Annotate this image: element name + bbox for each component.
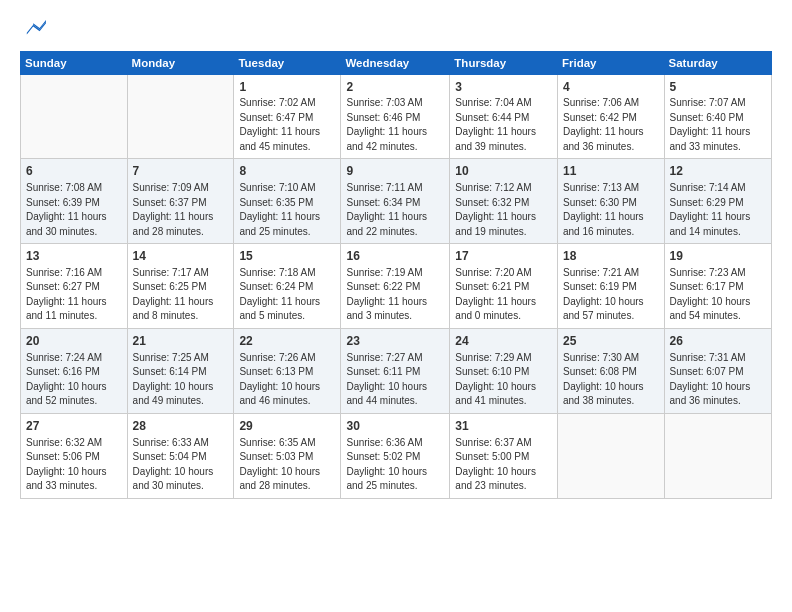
day-info: Sunrise: 7:20 AM Sunset: 6:21 PM Dayligh… — [455, 266, 552, 324]
day-info: Sunrise: 7:13 AM Sunset: 6:30 PM Dayligh… — [563, 181, 659, 239]
day-number: 13 — [26, 248, 122, 265]
day-cell: 21Sunrise: 7:25 AM Sunset: 6:14 PM Dayli… — [127, 328, 234, 413]
day-cell: 18Sunrise: 7:21 AM Sunset: 6:19 PM Dayli… — [558, 244, 665, 329]
day-info: Sunrise: 7:24 AM Sunset: 6:16 PM Dayligh… — [26, 351, 122, 409]
day-cell: 5Sunrise: 7:07 AM Sunset: 6:40 PM Daylig… — [664, 74, 771, 159]
day-number: 28 — [133, 418, 229, 435]
day-info: Sunrise: 7:25 AM Sunset: 6:14 PM Dayligh… — [133, 351, 229, 409]
day-info: Sunrise: 6:37 AM Sunset: 5:00 PM Dayligh… — [455, 436, 552, 494]
day-number: 8 — [239, 163, 335, 180]
day-number: 27 — [26, 418, 122, 435]
week-row-2: 6Sunrise: 7:08 AM Sunset: 6:39 PM Daylig… — [21, 159, 772, 244]
day-info: Sunrise: 7:06 AM Sunset: 6:42 PM Dayligh… — [563, 96, 659, 154]
day-number: 16 — [346, 248, 444, 265]
day-cell: 4Sunrise: 7:06 AM Sunset: 6:42 PM Daylig… — [558, 74, 665, 159]
day-cell: 12Sunrise: 7:14 AM Sunset: 6:29 PM Dayli… — [664, 159, 771, 244]
day-cell: 2Sunrise: 7:03 AM Sunset: 6:46 PM Daylig… — [341, 74, 450, 159]
day-cell: 29Sunrise: 6:35 AM Sunset: 5:03 PM Dayli… — [234, 413, 341, 498]
day-cell: 20Sunrise: 7:24 AM Sunset: 6:16 PM Dayli… — [21, 328, 128, 413]
day-cell: 10Sunrise: 7:12 AM Sunset: 6:32 PM Dayli… — [450, 159, 558, 244]
day-info: Sunrise: 7:04 AM Sunset: 6:44 PM Dayligh… — [455, 96, 552, 154]
day-number: 21 — [133, 333, 229, 350]
week-row-1: 1Sunrise: 7:02 AM Sunset: 6:47 PM Daylig… — [21, 74, 772, 159]
day-info: Sunrise: 7:03 AM Sunset: 6:46 PM Dayligh… — [346, 96, 444, 154]
day-cell — [558, 413, 665, 498]
day-cell: 30Sunrise: 6:36 AM Sunset: 5:02 PM Dayli… — [341, 413, 450, 498]
day-number: 24 — [455, 333, 552, 350]
day-cell — [21, 74, 128, 159]
logo-bird-icon — [22, 16, 46, 40]
page: SundayMondayTuesdayWednesdayThursdayFrid… — [0, 0, 792, 509]
day-info: Sunrise: 7:19 AM Sunset: 6:22 PM Dayligh… — [346, 266, 444, 324]
day-cell: 23Sunrise: 7:27 AM Sunset: 6:11 PM Dayli… — [341, 328, 450, 413]
day-cell: 22Sunrise: 7:26 AM Sunset: 6:13 PM Dayli… — [234, 328, 341, 413]
col-header-thursday: Thursday — [450, 51, 558, 74]
day-number: 22 — [239, 333, 335, 350]
day-info: Sunrise: 7:30 AM Sunset: 6:08 PM Dayligh… — [563, 351, 659, 409]
day-info: Sunrise: 7:27 AM Sunset: 6:11 PM Dayligh… — [346, 351, 444, 409]
logo — [20, 16, 46, 45]
day-cell: 7Sunrise: 7:09 AM Sunset: 6:37 PM Daylig… — [127, 159, 234, 244]
day-number: 18 — [563, 248, 659, 265]
col-header-tuesday: Tuesday — [234, 51, 341, 74]
day-number: 30 — [346, 418, 444, 435]
day-cell — [664, 413, 771, 498]
day-cell: 9Sunrise: 7:11 AM Sunset: 6:34 PM Daylig… — [341, 159, 450, 244]
day-number: 7 — [133, 163, 229, 180]
day-cell: 27Sunrise: 6:32 AM Sunset: 5:06 PM Dayli… — [21, 413, 128, 498]
day-cell: 17Sunrise: 7:20 AM Sunset: 6:21 PM Dayli… — [450, 244, 558, 329]
day-number: 10 — [455, 163, 552, 180]
day-cell: 24Sunrise: 7:29 AM Sunset: 6:10 PM Dayli… — [450, 328, 558, 413]
col-header-sunday: Sunday — [21, 51, 128, 74]
day-info: Sunrise: 7:21 AM Sunset: 6:19 PM Dayligh… — [563, 266, 659, 324]
day-number: 3 — [455, 79, 552, 96]
day-number: 1 — [239, 79, 335, 96]
day-number: 19 — [670, 248, 766, 265]
day-number: 23 — [346, 333, 444, 350]
day-info: Sunrise: 7:14 AM Sunset: 6:29 PM Dayligh… — [670, 181, 766, 239]
day-cell: 28Sunrise: 6:33 AM Sunset: 5:04 PM Dayli… — [127, 413, 234, 498]
day-number: 31 — [455, 418, 552, 435]
week-row-4: 20Sunrise: 7:24 AM Sunset: 6:16 PM Dayli… — [21, 328, 772, 413]
day-cell: 6Sunrise: 7:08 AM Sunset: 6:39 PM Daylig… — [21, 159, 128, 244]
day-info: Sunrise: 7:10 AM Sunset: 6:35 PM Dayligh… — [239, 181, 335, 239]
calendar-header-row: SundayMondayTuesdayWednesdayThursdayFrid… — [21, 51, 772, 74]
col-header-saturday: Saturday — [664, 51, 771, 74]
day-info: Sunrise: 7:11 AM Sunset: 6:34 PM Dayligh… — [346, 181, 444, 239]
day-info: Sunrise: 7:29 AM Sunset: 6:10 PM Dayligh… — [455, 351, 552, 409]
day-info: Sunrise: 7:26 AM Sunset: 6:13 PM Dayligh… — [239, 351, 335, 409]
day-cell: 31Sunrise: 6:37 AM Sunset: 5:00 PM Dayli… — [450, 413, 558, 498]
day-info: Sunrise: 6:36 AM Sunset: 5:02 PM Dayligh… — [346, 436, 444, 494]
day-info: Sunrise: 7:02 AM Sunset: 6:47 PM Dayligh… — [239, 96, 335, 154]
day-info: Sunrise: 7:18 AM Sunset: 6:24 PM Dayligh… — [239, 266, 335, 324]
day-number: 29 — [239, 418, 335, 435]
day-cell: 16Sunrise: 7:19 AM Sunset: 6:22 PM Dayli… — [341, 244, 450, 329]
day-number: 15 — [239, 248, 335, 265]
col-header-wednesday: Wednesday — [341, 51, 450, 74]
day-info: Sunrise: 7:12 AM Sunset: 6:32 PM Dayligh… — [455, 181, 552, 239]
day-number: 4 — [563, 79, 659, 96]
day-cell: 19Sunrise: 7:23 AM Sunset: 6:17 PM Dayli… — [664, 244, 771, 329]
day-info: Sunrise: 7:17 AM Sunset: 6:25 PM Dayligh… — [133, 266, 229, 324]
day-cell: 11Sunrise: 7:13 AM Sunset: 6:30 PM Dayli… — [558, 159, 665, 244]
day-info: Sunrise: 7:07 AM Sunset: 6:40 PM Dayligh… — [670, 96, 766, 154]
calendar-table: SundayMondayTuesdayWednesdayThursdayFrid… — [20, 51, 772, 499]
col-header-monday: Monday — [127, 51, 234, 74]
header — [20, 16, 772, 45]
day-cell: 15Sunrise: 7:18 AM Sunset: 6:24 PM Dayli… — [234, 244, 341, 329]
day-cell: 13Sunrise: 7:16 AM Sunset: 6:27 PM Dayli… — [21, 244, 128, 329]
day-number: 20 — [26, 333, 122, 350]
day-number: 17 — [455, 248, 552, 265]
svg-marker-0 — [27, 22, 46, 35]
day-info: Sunrise: 7:23 AM Sunset: 6:17 PM Dayligh… — [670, 266, 766, 324]
day-number: 25 — [563, 333, 659, 350]
day-info: Sunrise: 6:33 AM Sunset: 5:04 PM Dayligh… — [133, 436, 229, 494]
day-cell: 14Sunrise: 7:17 AM Sunset: 6:25 PM Dayli… — [127, 244, 234, 329]
day-number: 14 — [133, 248, 229, 265]
day-number: 5 — [670, 79, 766, 96]
day-cell — [127, 74, 234, 159]
day-cell: 26Sunrise: 7:31 AM Sunset: 6:07 PM Dayli… — [664, 328, 771, 413]
day-number: 12 — [670, 163, 766, 180]
day-cell: 3Sunrise: 7:04 AM Sunset: 6:44 PM Daylig… — [450, 74, 558, 159]
day-info: Sunrise: 7:09 AM Sunset: 6:37 PM Dayligh… — [133, 181, 229, 239]
